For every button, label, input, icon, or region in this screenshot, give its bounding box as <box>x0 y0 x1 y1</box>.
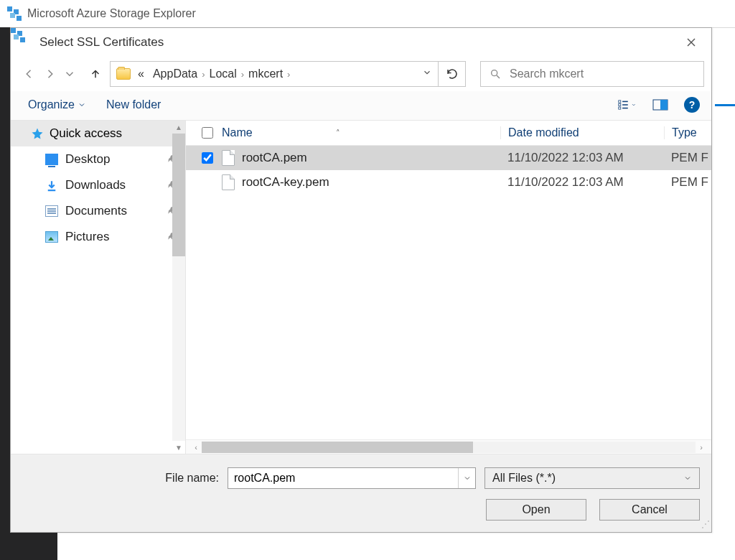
svg-rect-6 <box>619 107 621 109</box>
nav-back-button[interactable] <box>19 62 39 86</box>
organize-menu[interactable]: Organize <box>28 98 86 111</box>
file-type: PEM F <box>664 175 711 190</box>
chevron-right-icon: › <box>200 69 206 80</box>
search-input[interactable] <box>510 67 695 80</box>
svg-rect-11 <box>660 100 668 110</box>
sidebar-quick-access[interactable]: Quick access <box>11 121 185 146</box>
file-icon <box>222 174 235 190</box>
breadcrumb-dropdown[interactable] <box>422 67 432 80</box>
file-date: 11/10/2022 12:03 AM <box>500 151 664 165</box>
file-list: rootCA.pem11/10/2022 12:03 AMPEM FrootCA… <box>186 146 711 439</box>
chevron-down-icon <box>631 101 637 108</box>
folder-icon <box>116 68 131 80</box>
filename-dropdown[interactable] <box>458 468 475 488</box>
close-button[interactable] <box>675 32 707 52</box>
chevron-up-icon: ▲ <box>172 121 185 134</box>
preview-pane-button[interactable] <box>651 97 670 113</box>
resize-grip-icon[interactable]: ⋰ <box>701 522 710 531</box>
svg-rect-4 <box>619 101 621 103</box>
help-button[interactable]: ? <box>684 97 700 113</box>
filename-label: File name: <box>22 472 219 485</box>
sidebar: Quick access DesktopDownloadsDocumentsPi… <box>11 121 186 454</box>
file-type: PEM F <box>664 151 711 165</box>
breadcrumb-prefix: « <box>138 67 144 80</box>
chevron-down-icon <box>463 474 472 482</box>
file-type-filter[interactable]: All Files (*.*) <box>484 467 700 489</box>
filename-input[interactable] <box>228 472 458 485</box>
nav-recent-dropdown[interactable] <box>60 62 80 86</box>
file-row[interactable]: rootCA.pem11/10/2022 12:03 AMPEM F <box>186 146 711 170</box>
sidebar-item-documents[interactable]: Documents <box>11 198 185 224</box>
docs-icon <box>45 205 58 217</box>
app-icon <box>7 6 22 21</box>
desktop-icon <box>45 154 58 165</box>
dialog-icon <box>17 34 32 50</box>
sidebar-item-label: Desktop <box>65 152 110 167</box>
file-name: rootCA-key.pem <box>242 175 500 190</box>
svg-line-3 <box>497 75 500 78</box>
column-date[interactable]: Date modified <box>500 126 664 139</box>
chevron-left-icon: ‹ <box>190 443 202 452</box>
chevron-down-icon <box>78 101 86 109</box>
chevron-down-icon <box>683 474 692 482</box>
breadcrumb-part[interactable]: Local <box>210 67 237 80</box>
arrow-up-icon <box>89 67 102 80</box>
row-checkbox[interactable] <box>202 152 213 164</box>
app-title: Microsoft Azure Storage Explorer <box>27 7 196 20</box>
chevron-right-icon: › <box>696 443 707 452</box>
sidebar-item-label: Pictures <box>65 230 109 244</box>
svg-point-2 <box>492 70 497 76</box>
column-headers: Name ˄ Date modified Type <box>186 121 711 146</box>
sort-asc-icon: ˄ <box>336 129 340 138</box>
arrow-left-icon <box>23 67 36 80</box>
sidebar-item-pictures[interactable]: Pictures <box>11 224 185 250</box>
column-name[interactable]: Name ˄ <box>222 126 500 139</box>
breadcrumb[interactable]: « AppData › Local › mkcert › <box>110 61 439 87</box>
new-folder-button[interactable]: New folder <box>106 98 161 111</box>
file-open-dialog: Select SSL Certificates « AppData › Loca… <box>10 27 712 533</box>
chevron-down-icon <box>422 67 432 78</box>
file-date: 11/10/2022 12:03 AM <box>500 175 664 190</box>
chevron-down-icon <box>63 67 76 80</box>
chevron-right-icon: › <box>286 69 291 80</box>
open-button[interactable]: Open <box>486 499 586 521</box>
filename-field[interactable] <box>228 467 476 489</box>
pics-icon <box>45 231 58 243</box>
breadcrumb-part[interactable]: AppData <box>153 67 197 80</box>
dialog-title: Select SSL Certificates <box>39 35 164 50</box>
sidebar-item-downloads[interactable]: Downloads <box>11 172 185 198</box>
search-box[interactable] <box>480 61 704 87</box>
preview-pane-icon <box>652 99 668 111</box>
sidebar-item-label: Downloads <box>65 178 126 192</box>
sidebar-item-label: Documents <box>65 204 127 218</box>
horizontal-scrollbar[interactable]: ‹ › <box>186 439 711 454</box>
select-all-checkbox[interactable] <box>202 127 213 139</box>
refresh-button[interactable] <box>439 61 466 87</box>
nav-forward-button[interactable] <box>39 62 60 86</box>
file-name: rootCA.pem <box>242 151 500 165</box>
download-icon <box>45 179 58 191</box>
nav-up-button[interactable] <box>85 62 106 86</box>
view-list-icon <box>618 98 631 111</box>
refresh-icon <box>446 67 459 80</box>
sidebar-item-desktop[interactable]: Desktop <box>11 146 185 172</box>
search-icon <box>490 68 501 80</box>
view-menu[interactable] <box>618 97 637 113</box>
close-icon <box>687 38 696 47</box>
file-icon <box>222 150 235 166</box>
star-icon <box>31 127 44 140</box>
cancel-button[interactable]: Cancel <box>599 499 700 521</box>
column-type[interactable]: Type <box>664 126 711 139</box>
chevron-right-icon: › <box>240 69 245 80</box>
sidebar-scrollbar[interactable]: ▲ ▼ <box>172 121 185 454</box>
svg-rect-5 <box>619 103 621 106</box>
arrow-right-icon <box>43 67 56 80</box>
chevron-down-icon: ▼ <box>172 441 185 454</box>
breadcrumb-part[interactable]: mkcert <box>248 67 283 80</box>
app-titlebar: Microsoft Azure Storage Explorer <box>0 0 735 27</box>
file-row[interactable]: rootCA-key.pem11/10/2022 12:03 AMPEM F <box>186 170 711 195</box>
